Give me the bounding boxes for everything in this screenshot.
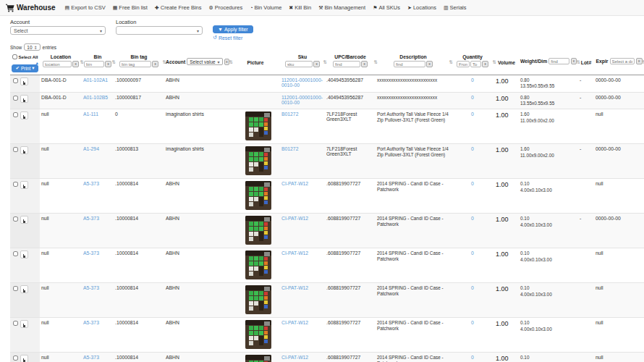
- product-photo[interactable]: [245, 355, 271, 362]
- row-checkbox[interactable]: [13, 96, 18, 101]
- product-photo[interactable]: [245, 181, 271, 210]
- nav-item-create-free-bins[interactable]: ✚ Create Free Bins: [151, 4, 206, 11]
- quantity-link[interactable]: 0: [471, 355, 474, 360]
- sku-link[interactable]: CI-PAT-W12: [281, 320, 308, 325]
- row-checkbox[interactable]: [13, 112, 18, 117]
- row-checkbox[interactable]: [13, 251, 18, 256]
- sku-link[interactable]: 112001-00001000-0010-00: [281, 77, 323, 88]
- bin-link[interactable]: A5-373: [83, 285, 99, 290]
- product-photo[interactable]: [245, 146, 271, 175]
- sku-link[interactable]: CI-PAT-W12: [281, 181, 308, 186]
- product-photo[interactable]: [245, 251, 271, 279]
- nav-item-export-to-csv[interactable]: ▤ Export to CSV: [62, 4, 109, 11]
- sku-link[interactable]: CI-PAT-W12: [281, 355, 308, 360]
- bin-link[interactable]: A1-111: [83, 111, 98, 117]
- clear-sku-filter-button[interactable]: x: [313, 61, 320, 67]
- row-checkbox[interactable]: [13, 286, 18, 291]
- row-checkbox[interactable]: [13, 216, 18, 222]
- expir-date-input[interactable]: [610, 58, 635, 64]
- bin-link[interactable]: A01-102B5: [83, 95, 108, 100]
- account-column-select[interactable]: Select value ▾: [187, 58, 222, 65]
- clear-bin-tag-filter-button[interactable]: x: [152, 61, 158, 67]
- product-photo[interactable]: [245, 285, 271, 314]
- print-tag-button[interactable]: [20, 111, 28, 119]
- weight-dim-filter-input[interactable]: [548, 58, 569, 64]
- quantity-link[interactable]: 0: [471, 285, 474, 290]
- clear-expir-filter-button[interactable]: x: [636, 58, 643, 64]
- quantity-link[interactable]: 0: [471, 251, 474, 256]
- row-checkbox[interactable]: [13, 78, 18, 83]
- print-tag-button[interactable]: [20, 77, 28, 85]
- print-tag-button[interactable]: [20, 95, 28, 103]
- print-tag-button[interactable]: [20, 181, 28, 189]
- quantity-link[interactable]: 0: [471, 95, 474, 100]
- product-photo[interactable]: [245, 111, 271, 140]
- quantity-link[interactable]: 0: [471, 146, 474, 151]
- nav-item-procedures[interactable]: ⚙ Procedures: [206, 4, 247, 11]
- description-filter-input[interactable]: [394, 61, 425, 67]
- bin-link[interactable]: A01-102A1: [83, 77, 108, 83]
- product-photo[interactable]: [245, 320, 271, 349]
- quantity-to-input[interactable]: [470, 61, 481, 67]
- quantity-link[interactable]: 0: [471, 216, 474, 221]
- sku-link[interactable]: CI-PAT-W12: [281, 285, 308, 290]
- row-checkbox[interactable]: [13, 321, 18, 326]
- quantity-link[interactable]: 0: [471, 77, 474, 83]
- clear-quantity-filter-button[interactable]: x: [482, 61, 488, 67]
- nav-item-serials[interactable]: ▥ Serials: [440, 4, 470, 11]
- row-checkbox[interactable]: [13, 182, 18, 187]
- clear-upc-filter-button[interactable]: x: [361, 61, 368, 67]
- print-tag-button[interactable]: [20, 146, 28, 154]
- clear-location-filter-button[interactable]: x: [72, 61, 79, 67]
- location-select[interactable]: ▾: [116, 26, 203, 35]
- sku-link[interactable]: 112001-00001000-0010-00: [281, 95, 323, 105]
- entries-count-select[interactable]: 10 ⇕: [24, 43, 40, 51]
- print-tag-button[interactable]: [20, 251, 28, 258]
- bin-link[interactable]: A5-373: [83, 251, 99, 256]
- product-photo[interactable]: [245, 216, 271, 245]
- quantity-link[interactable]: 0: [471, 320, 474, 325]
- location-filter-input[interactable]: [43, 61, 72, 67]
- barcode-icon: [23, 249, 25, 260]
- print-tag-button[interactable]: [20, 285, 28, 293]
- bin-link[interactable]: A5-373: [83, 181, 99, 186]
- sku-link[interactable]: B01272: [281, 146, 298, 151]
- account-select[interactable]: Select ▾: [10, 26, 106, 35]
- apply-filter-button[interactable]: ▼ Apply filter: [213, 25, 253, 33]
- bin-link[interactable]: A5-373: [83, 355, 99, 360]
- clear-bin-filter-button[interactable]: x: [105, 61, 111, 67]
- bin-link[interactable]: A5-373: [83, 320, 99, 325]
- clear-description-filter-button[interactable]: x: [426, 61, 433, 67]
- bin-tag-header: Bin tag x ⇅: [114, 53, 164, 75]
- upc-header: UPC/Barcode x ⇅: [325, 53, 376, 75]
- select-all[interactable]: Select All: [12, 54, 38, 59]
- bin-tag-filter-input[interactable]: [119, 61, 151, 67]
- print-button[interactable]: ✔ Print ▾: [12, 64, 38, 72]
- quantity-from-input[interactable]: [457, 61, 470, 67]
- print-tag-button[interactable]: [20, 355, 28, 362]
- sku-link[interactable]: B01272: [281, 111, 298, 117]
- select-all-checkbox[interactable]: [12, 54, 17, 59]
- lot-cell: -: [578, 214, 594, 248]
- nav-item-bin-volume[interactable]: ◔ Bin Volume: [246, 4, 285, 11]
- bin-link[interactable]: A1-294: [83, 146, 99, 151]
- nav-item-bin-management[interactable]: ⚒ Bin Management: [315, 4, 369, 11]
- sku-filter-input[interactable]: [285, 61, 313, 67]
- print-tag-button[interactable]: [20, 320, 28, 328]
- nav-item-free-bin-list[interactable]: ▦ Free Bin list: [109, 4, 151, 11]
- brand[interactable]: Warehouse: [6, 4, 56, 12]
- nav-item-kill-bin[interactable]: ✖ Kill Bin: [285, 4, 315, 11]
- print-tag-button[interactable]: [20, 216, 28, 224]
- nav-item-all-skus[interactable]: ⚑ All SKUs: [369, 4, 404, 11]
- quantity-link[interactable]: 0: [471, 111, 474, 117]
- sku-link[interactable]: CI-PAT-W12: [281, 216, 308, 221]
- sku-link[interactable]: CI-PAT-W12: [281, 251, 308, 256]
- upc-filter-input[interactable]: [333, 61, 360, 67]
- bin-filter-input[interactable]: [84, 61, 104, 67]
- row-checkbox[interactable]: [13, 355, 18, 361]
- quantity-link[interactable]: 0: [471, 181, 474, 186]
- bin-link[interactable]: A5-373: [83, 216, 99, 221]
- row-checkbox[interactable]: [13, 147, 18, 152]
- reset-filter-link[interactable]: ↺ Reset filter: [213, 35, 253, 41]
- nav-item-locations[interactable]: ➤ Locations: [404, 4, 440, 11]
